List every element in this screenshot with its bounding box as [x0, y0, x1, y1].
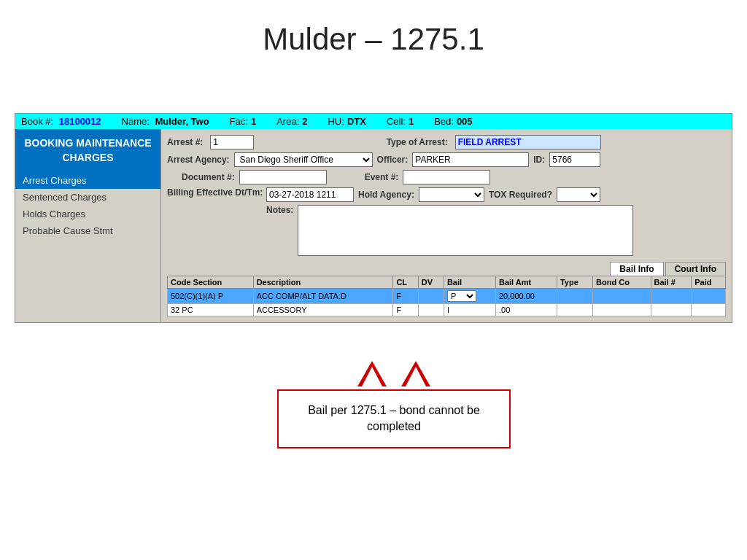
sidebar: BOOKING MAINTENANCE CHARGES Arrest Charg…: [15, 129, 161, 322]
col-description: Description: [253, 276, 393, 289]
sidebar-item-arrest-charges[interactable]: Arrest Charges: [15, 172, 160, 189]
bed-label: Bed:005: [434, 116, 475, 127]
bail-section: Bail Info Court Info Code Section Descri…: [167, 262, 726, 316]
callout-arrows: [277, 361, 511, 386]
col-bail-num: Bail #: [651, 276, 692, 289]
arrest-num-input[interactable]: [210, 135, 254, 149]
table-row[interactable]: 502(C)(1)(A) PACC COMP/ALT DATA:DFP20,00…: [168, 289, 726, 304]
sidebar-item-holds-charges[interactable]: Holds Charges: [15, 206, 160, 222]
main-content: Arrest #: Type of Arrest: Arrest Agency:…: [161, 129, 732, 322]
notes-textarea[interactable]: [298, 205, 633, 256]
billing-input[interactable]: [266, 187, 354, 202]
officer-label: Officer:: [377, 155, 409, 165]
event-label: Event #:: [365, 172, 399, 182]
billing-label: Billing Effective Dt/Tm:: [167, 187, 262, 198]
charges-tbody: 502(C)(1)(A) PACC COMP/ALT DATA:DFP20,00…: [168, 289, 726, 316]
document-label: Document #:: [182, 172, 235, 182]
arrest-agency-label: Arrest Agency:: [167, 155, 230, 165]
col-bail-amt: Bail Amt: [495, 276, 557, 289]
tox-label: TOX Required?: [489, 190, 552, 200]
col-cl: CL: [393, 276, 418, 289]
col-dv: DV: [418, 276, 444, 289]
type-of-arrest-label: Type of Arrest:: [387, 137, 448, 147]
arrest-agency-select[interactable]: San Diego Sheriff Office: [234, 152, 373, 167]
callout-container: Bail per 1275.1 – bond cannot be complet…: [277, 361, 511, 448]
sidebar-item-sentenced-charges[interactable]: Sentenced Charges: [15, 189, 160, 206]
table-row[interactable]: 32 PCACCESSORYFI.00: [168, 304, 726, 316]
form-row-agency: Arrest Agency: San Diego Sheriff Office …: [167, 152, 726, 167]
hold-agency-label: Hold Agency:: [358, 190, 414, 200]
arrow-left: [357, 361, 387, 386]
notes-label: Notes:: [266, 205, 293, 215]
arrest-num-label: Arrest #:: [167, 137, 203, 147]
arrow-right: [401, 361, 430, 386]
id-label: ID:: [533, 155, 545, 165]
table-header-row: Code Section Description CL DV Bail Bail…: [168, 276, 726, 289]
sidebar-item-probable-cause[interactable]: Probable Cause Stmt: [15, 222, 160, 239]
document-input[interactable]: [239, 170, 327, 184]
sidebar-title: BOOKING MAINTENANCE CHARGES: [15, 129, 160, 172]
tox-select[interactable]: [557, 187, 600, 202]
form-row-billing: Billing Effective Dt/Tm: Hold Agency: TO…: [167, 187, 726, 256]
hu-label: HU:DTX: [328, 116, 368, 127]
officer-input[interactable]: [412, 152, 529, 167]
book-label: Book #: 18100012: [21, 116, 104, 127]
callout-text: Bail per 1275.1 – bond cannot be complet…: [308, 404, 480, 432]
callout-box: Bail per 1275.1 – bond cannot be complet…: [277, 389, 511, 448]
app-container: Book #: 18100012 Name: Mulder, Two Fac:1…: [15, 113, 732, 323]
form-row-document: Document #: Event #:: [167, 170, 726, 184]
tab-bail-info[interactable]: Bail Info: [610, 262, 663, 276]
form-row-arrest: Arrest #: Type of Arrest:: [167, 135, 726, 149]
event-input[interactable]: [403, 170, 490, 184]
body-layout: BOOKING MAINTENANCE CHARGES Arrest Charg…: [15, 129, 732, 322]
header-bar: Book #: 18100012 Name: Mulder, Two Fac:1…: [15, 114, 732, 129]
col-type: Type: [557, 276, 592, 289]
name-label: Name: Mulder, Two: [122, 116, 212, 127]
hold-agency-select[interactable]: [419, 187, 484, 202]
col-bail: Bail: [444, 276, 495, 289]
bail-tabs: Bail Info Court Info: [167, 262, 726, 276]
col-code-section: Code Section: [168, 276, 254, 289]
fac-label: Fac:1: [230, 116, 260, 127]
type-of-arrest-input[interactable]: [455, 135, 601, 149]
tab-court-info[interactable]: Court Info: [665, 262, 726, 276]
col-bond-co: Bond Co: [593, 276, 651, 289]
cell-label: Cell:1: [387, 116, 417, 127]
charges-table: Code Section Description CL DV Bail Bail…: [167, 276, 726, 316]
id-input[interactable]: [549, 152, 600, 167]
col-paid: Paid: [692, 276, 726, 289]
area-label: Area:2: [276, 116, 310, 127]
page-title: Mulder – 1275.1: [0, 0, 747, 71]
